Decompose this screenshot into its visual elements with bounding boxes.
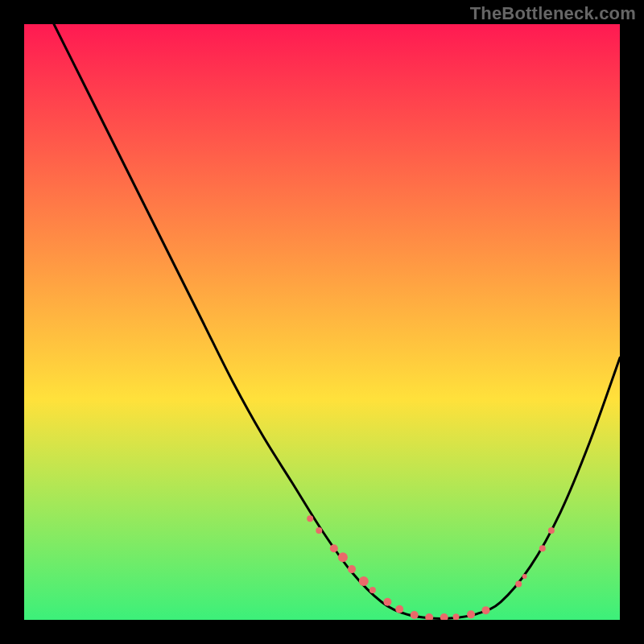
data-dot <box>338 552 348 562</box>
chart-plot-area <box>24 24 620 620</box>
figure-root: TheBottleneck.com <box>0 0 644 644</box>
data-dot <box>359 576 369 586</box>
data-dot <box>307 515 313 522</box>
data-dot <box>316 527 322 534</box>
data-dot <box>348 565 356 573</box>
data-dot <box>383 598 391 606</box>
data-dot <box>467 610 475 618</box>
data-dot <box>539 545 546 551</box>
data-dot <box>482 606 490 614</box>
data-dot <box>369 587 376 593</box>
data-dot <box>330 544 338 552</box>
data-dot <box>395 605 403 613</box>
data-dot <box>522 574 527 579</box>
chart-svg <box>24 24 620 620</box>
data-dot <box>548 527 555 534</box>
data-dot <box>515 581 522 588</box>
watermark: TheBottleneck.com <box>470 3 636 24</box>
data-dot <box>411 611 419 619</box>
data-dot <box>453 613 460 620</box>
